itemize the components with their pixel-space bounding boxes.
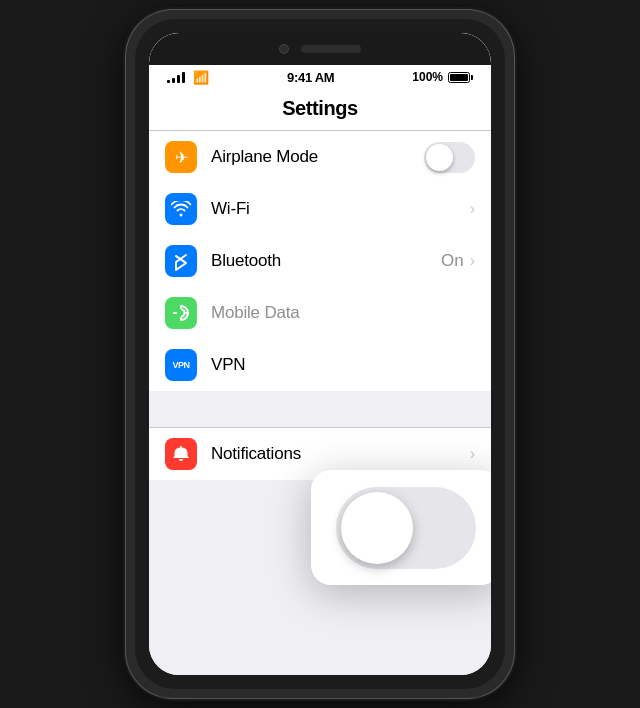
big-toggle[interactable] [336, 487, 476, 569]
phone-screen: 📶 9:41 AM 100% Settings [149, 33, 491, 675]
section-divider [149, 391, 491, 427]
wifi-chevron: › [470, 200, 475, 218]
battery-tip [471, 75, 473, 80]
wifi-status-icon: 📶 [193, 70, 209, 85]
signal-bars [167, 71, 185, 83]
bluetooth-label: Bluetooth [211, 251, 441, 271]
row-vpn[interactable]: VPN VPN [149, 339, 491, 391]
signal-bar-1 [167, 80, 170, 83]
page-title: Settings [282, 97, 358, 119]
status-bar: 📶 9:41 AM 100% [149, 65, 491, 89]
battery-icon [448, 72, 473, 83]
vpn-label: VPN [211, 355, 424, 375]
notifications-label: Notifications [211, 444, 468, 464]
signal-bar-3 [177, 75, 180, 83]
notifications-chevron: › [470, 445, 475, 463]
status-time: 9:41 AM [287, 70, 334, 85]
airplane-mode-toggle[interactable] [424, 142, 475, 173]
big-toggle-knob [341, 492, 413, 564]
speaker [301, 45, 361, 53]
bluetooth-right: On › [441, 251, 475, 271]
magnified-toggle-overlay [311, 470, 491, 585]
bluetooth-status: On [441, 251, 464, 271]
row-mobile-data[interactable]: Mobile Data [149, 287, 491, 339]
page-title-bar: Settings [149, 89, 491, 131]
battery-percentage: 100% [412, 70, 443, 84]
notifications-icon [165, 438, 197, 470]
signal-bar-2 [172, 78, 175, 83]
mobile-data-label: Mobile Data [211, 303, 475, 323]
vpn-icon: VPN [165, 349, 197, 381]
notifications-right: › [468, 445, 475, 463]
status-right: 100% [412, 70, 473, 84]
wifi-right: › [468, 200, 475, 218]
row-wifi[interactable]: Wi-Fi › [149, 183, 491, 235]
wifi-label: Wi-Fi [211, 199, 468, 219]
row-airplane-mode[interactable]: ✈ Airplane Mode [149, 131, 491, 183]
status-left: 📶 [167, 70, 209, 85]
airplane-mode-icon: ✈ [165, 141, 197, 173]
airplane-mode-label: Airplane Mode [211, 147, 424, 167]
notch [149, 33, 491, 65]
settings-list: ✈ Airplane Mode [149, 131, 491, 675]
cellular-icon [165, 297, 197, 329]
phone-frame: 📶 9:41 AM 100% Settings [125, 9, 515, 699]
phone-inner: 📶 9:41 AM 100% Settings [135, 19, 505, 689]
camera [279, 44, 289, 54]
svg-point-1 [178, 310, 185, 317]
wifi-icon [165, 193, 197, 225]
signal-bar-4 [182, 72, 185, 83]
bluetooth-icon [165, 245, 197, 277]
battery-fill [450, 74, 468, 81]
row-bluetooth[interactable]: Bluetooth On › [149, 235, 491, 287]
airplane-mode-toggle-knob [426, 144, 453, 171]
bluetooth-chevron: › [470, 252, 475, 270]
settings-section-main: ✈ Airplane Mode [149, 131, 491, 391]
